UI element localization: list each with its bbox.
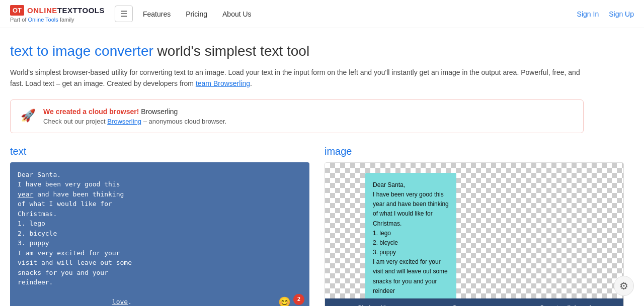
description: World's simplest browser-based utility f… [10,67,584,89]
logo-icon: OT [10,5,24,16]
signup-link[interactable]: Sign Up [609,10,634,18]
nav-features[interactable]: Features [143,10,171,18]
logo-name: ONLINETEXTTOOLS [27,6,105,15]
header: OT ONLINETEXTTOOLS Part of Online Tools … [0,0,644,28]
signin-link[interactable]: Sign In [577,10,599,18]
page-title: text to image converter world's simplest… [10,43,624,59]
settings-button[interactable]: ⚙ [614,276,634,296]
image-column: image Dear Santa, I have been very good … [325,146,624,306]
rocket-icon: 🚀 [21,109,36,123]
editor-columns: text Dear Santa. I have been very good t… [10,146,624,306]
banner-subtitle: Check out our project Browserling – anon… [43,118,573,125]
logo-subtitle: Part of Online Tools family [10,17,105,23]
banner-content: We created a cloud browser! Browserling … [43,108,573,125]
text-column: text Dear Santa. I have been very good t… [10,146,309,306]
image-column-label: image [325,146,624,157]
auth-links: Sign In Sign Up [577,10,634,18]
logo-area: OT ONLINETEXTTOOLS Part of Online Tools … [10,5,105,23]
chain-button[interactable]: Chain with... [353,303,397,306]
online-tools-link[interactable]: Online Tools [28,17,58,23]
text-content: Dear Santa. I have been very good this y… [18,170,302,306]
logo: OT ONLINETEXTTOOLS [10,5,105,16]
editor-icons: 😊 2 [278,294,304,306]
image-copy-button[interactable]: Copy to clipboard [536,303,595,306]
promo-banner: 🚀 We created a cloud browser! Browserlin… [10,99,584,133]
main-content: text to image converter world's simplest… [0,28,634,306]
team-link[interactable]: team Browserling [196,79,250,87]
emoji-icon: 😊 [278,294,291,306]
page-title-rest: world's simplest text tool [153,43,309,59]
counter-badge: 2 [293,294,304,305]
nav-pricing[interactable]: Pricing [186,10,207,18]
image-save-button[interactable]: Save as... [448,303,484,306]
page-title-highlight: text to image converter [10,43,153,59]
nav-about[interactable]: About Us [222,10,252,18]
main-nav: Features Pricing About Us [143,10,567,18]
menu-toggle-button[interactable]: ☰ [115,6,133,22]
image-panel: Dear Santa, I have been very good this y… [325,162,624,306]
text-editor[interactable]: Dear Santa. I have been very good this y… [10,162,309,306]
browserling-link[interactable]: Browserling [107,118,141,125]
text-column-label: text [10,146,309,157]
handwritten-image: Dear Santa, I have been very good this y… [365,173,456,306]
image-toolbar: Chain with... Save as... Copy to clipboa… [325,298,623,306]
banner-title: We created a cloud browser! Browserling [43,108,573,116]
